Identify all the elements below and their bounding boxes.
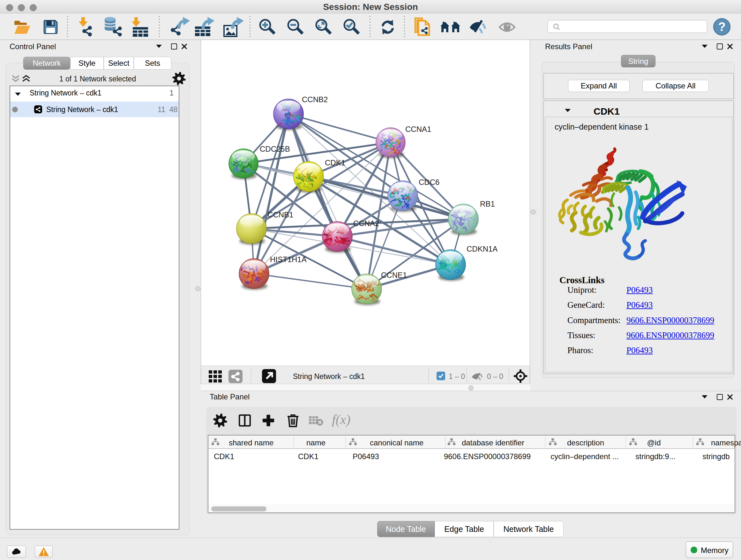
svg-text:HIST1H1A: HIST1H1A [270,255,307,264]
svg-text:CDC6: CDC6 [419,178,440,186]
svg-text:CCNB1: CCNB1 [267,210,293,219]
svg-text:CCNB2: CCNB2 [302,95,328,104]
svg-text:CDC25B: CDC25B [260,145,290,153]
svg-text:CCNA1: CCNA1 [405,125,431,133]
svg-text:CDK1: CDK1 [325,159,345,167]
svg-text:CDKN1A: CDKN1A [467,245,497,253]
svg-text:RB1: RB1 [480,199,495,208]
svg-text:CCNA2: CCNA2 [353,219,379,228]
svg-text:CCNE1: CCNE1 [381,271,407,279]
